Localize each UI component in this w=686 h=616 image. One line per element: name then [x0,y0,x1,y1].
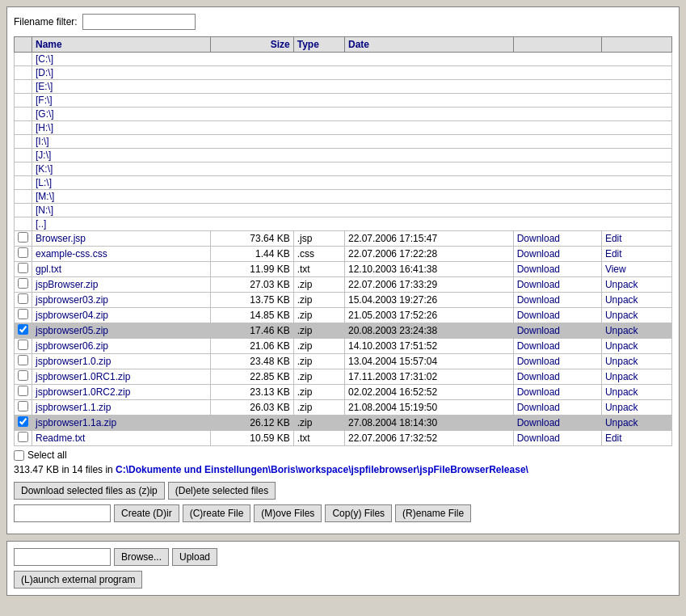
file-checkbox-cell[interactable] [15,277,32,293]
file-name[interactable]: jspbrowser1.0RC2.zip [32,385,211,400]
file-checkbox-cell[interactable] [15,400,32,416]
drive-name[interactable]: [E:\] [32,80,672,94]
drive-name[interactable]: [G:\] [32,108,672,121]
file-checkbox[interactable] [18,293,28,304]
file-checkbox-cell[interactable] [15,431,32,446]
file-action1[interactable]: Download [513,293,601,308]
file-action2[interactable]: Unpack [601,369,671,385]
file-checkbox-cell[interactable] [15,247,32,262]
file-action2[interactable]: Edit [601,247,671,262]
file-name[interactable]: jspbrowser04.zip [32,308,211,323]
file-checkbox[interactable] [18,309,28,319]
file-action1[interactable]: Download [513,277,601,293]
file-name[interactable]: example-css.css [32,247,211,262]
file-action1[interactable]: Download [513,231,601,247]
file-name[interactable]: jspbrowser1.1.zip [32,400,211,416]
create-dir-button[interactable]: Create (D)ir [114,504,179,522]
file-checkbox-cell[interactable] [15,385,32,400]
file-checkbox[interactable] [18,232,28,243]
file-checkbox-cell[interactable] [15,323,32,339]
file-action1[interactable]: Download [513,416,601,431]
file-action2[interactable]: Unpack [601,293,671,308]
file-action2[interactable]: Unpack [601,385,671,400]
file-action2[interactable]: Unpack [601,416,671,431]
file-name[interactable]: jspbrowser1.0RC1.zip [32,369,211,385]
file-action2[interactable]: View [601,262,671,277]
drive-name[interactable]: [L:\] [32,176,672,190]
file-checkbox-cell[interactable] [15,416,32,431]
file-checkbox[interactable] [18,263,28,273]
file-checkbox-cell[interactable] [15,262,32,277]
file-name[interactable]: jspbrowser1.0.zip [32,354,211,369]
file-action2[interactable]: Unpack [601,323,671,339]
copy-files-button[interactable]: Cop(y) Files [325,504,392,522]
select-all-checkbox[interactable] [14,450,24,461]
file-checkbox[interactable] [18,386,28,396]
file-name[interactable]: jspbrowser03.zip [32,293,211,308]
file-action2[interactable]: Unpack [601,277,671,293]
file-name[interactable]: Readme.txt [32,431,211,446]
file-name[interactable]: jspbrowser06.zip [32,339,211,354]
upload-button[interactable]: Upload [172,548,217,566]
file-checkbox-cell[interactable] [15,231,32,247]
file-action1[interactable]: Download [513,354,601,369]
file-checkbox-cell[interactable] [15,308,32,323]
file-checkbox[interactable] [18,416,28,427]
browse-button[interactable]: Browse... [114,548,169,566]
launch-button[interactable]: (L)aunch external program [14,571,142,589]
file-name[interactable]: Browser.jsp [32,231,211,247]
file-checkbox[interactable] [18,401,28,411]
file-checkbox-cell[interactable] [15,369,32,385]
file-checkbox[interactable] [18,370,28,381]
file-checkbox[interactable] [18,355,28,365]
create-file-button[interactable]: (C)reate File [183,504,251,522]
file-action1[interactable]: Download [513,400,601,416]
drive-name[interactable]: [H:\] [32,121,672,135]
file-action1[interactable]: Download [513,262,601,277]
drive-name[interactable]: [J:\] [32,149,672,162]
file-checkbox[interactable] [18,247,28,258]
file-action1[interactable]: Download [513,339,601,354]
file-checkbox[interactable] [18,324,28,335]
dirname-input[interactable] [14,504,111,522]
filter-input[interactable] [82,14,196,30]
drive-name[interactable]: [I:\] [32,135,672,149]
drive-name[interactable]: [F:\] [32,94,672,108]
table-row: Readme.txt 10.59 KB .txt 22.07.2006 17:3… [15,431,672,446]
move-files-button[interactable]: (M)ove Files [254,504,322,522]
drive-name[interactable]: [M:\] [32,190,672,204]
drive-name[interactable]: [..] [32,217,672,231]
file-action2[interactable]: Unpack [601,339,671,354]
file-name[interactable]: jspbrowser1.1a.zip [32,416,211,431]
drive-name[interactable]: [K:\] [32,162,672,176]
file-action1[interactable]: Download [513,385,601,400]
drive-name[interactable]: [C:\] [32,53,672,66]
file-checkbox[interactable] [18,432,28,442]
drive-name[interactable]: [N:\] [32,204,672,217]
file-type: .zip [293,385,344,400]
file-name[interactable]: gpl.txt [32,262,211,277]
file-action1[interactable]: Download [513,247,601,262]
file-action2[interactable]: Unpack [601,400,671,416]
drive-name[interactable]: [D:\] [32,66,672,80]
file-action2[interactable]: Edit [601,431,671,446]
file-action2[interactable]: Unpack [601,308,671,323]
file-action1[interactable]: Download [513,308,601,323]
file-action2[interactable]: Unpack [601,354,671,369]
file-name[interactable]: jspBrowser.zip [32,277,211,293]
delete-button[interactable]: (Del)ete selected files [168,482,276,500]
rename-file-button[interactable]: (R)ename File [395,504,471,522]
file-action1[interactable]: Download [513,323,601,339]
file-checkbox-cell[interactable] [15,339,32,354]
summary-text: 313.47 KB in 14 files in [14,464,116,475]
file-name[interactable]: jspbrowser05.zip [32,323,211,339]
file-checkbox[interactable] [18,340,28,350]
download-zip-button[interactable]: Download selected files as (z)ip [14,482,165,500]
file-checkbox-cell[interactable] [15,354,32,369]
file-action1[interactable]: Download [513,369,601,385]
file-action2[interactable]: Edit [601,231,671,247]
file-action1[interactable]: Download [513,431,601,446]
file-checkbox[interactable] [18,278,28,289]
file-checkbox-cell[interactable] [15,293,32,308]
upload-file-input[interactable] [14,548,111,566]
